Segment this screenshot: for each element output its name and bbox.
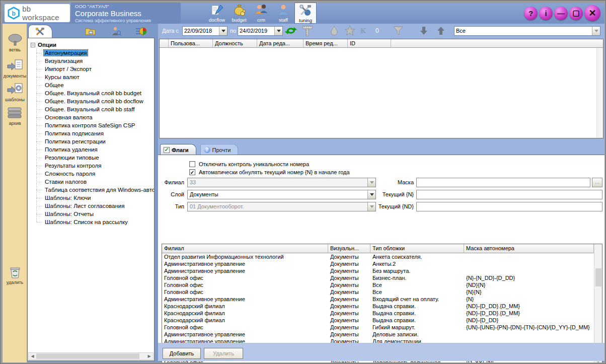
scroll-thumb[interactable] [595, 268, 601, 286]
maximize-button[interactable]: ▢ [569, 7, 583, 20]
filter-button[interactable] [393, 26, 404, 36]
tab-options-reports[interactable] [129, 25, 153, 38]
table-row[interactable]: Административное управление Документы Бе… [162, 267, 594, 274]
scope-select[interactable]: Все [454, 26, 600, 36]
tree-item[interactable]: Резолюции типовые [31, 154, 154, 162]
table-row[interactable]: Головной офис Документы Все {N}{N} [162, 288, 594, 296]
tree-item[interactable]: Политика подписания [31, 129, 154, 137]
module-tuning[interactable]: tuning [294, 3, 317, 24]
scroll-thumb[interactable] [36, 353, 139, 359]
table-row[interactable]: Головной офис Документы Все {ND}{N} [162, 281, 594, 288]
audit-col-edit-date[interactable]: Дата реда... [257, 39, 304, 48]
date-from-select[interactable]: 22/09/2018 [182, 26, 228, 36]
date-to-select[interactable]: 24/02/2019 [238, 26, 283, 36]
tree-item[interactable]: Результаты контроля [31, 162, 154, 170]
tree-item[interactable]: Автонумерация [31, 49, 154, 57]
panel-splitter[interactable] [158, 138, 604, 143]
tree-item[interactable]: Шаблоны: Список на рассылку [31, 218, 154, 226]
module-staff[interactable]: staff [272, 3, 294, 24]
sidebar-item-documents[interactable]: документы [3, 59, 27, 79]
table-row[interactable]: Краснодарский филиал Документы Выдача сп… [162, 310, 594, 317]
tree-item[interactable]: Политика удаления [31, 145, 154, 154]
add-button[interactable]: Добавить [163, 348, 201, 359]
tab-read[interactable]: ? Прочти [200, 144, 239, 155]
tree-item[interactable]: Общее. Визуальный слой bb budget [31, 89, 154, 97]
help-button[interactable]: ? [524, 7, 538, 20]
type-select[interactable]: 01 Документооборот. [187, 202, 376, 211]
info-button[interactable]: i [539, 7, 553, 20]
sidebar-item-templates[interactable]: шаблоны [3, 83, 27, 102]
delete-button[interactable]: Удалить [204, 348, 243, 359]
close-button[interactable]: ✕ [584, 5, 600, 21]
module-docflow[interactable]: docflow [206, 3, 228, 24]
table-row[interactable]: Отдел развития Информационных технологий… [162, 253, 594, 260]
tree-item[interactable]: Импорт / Экспорт [31, 65, 154, 73]
audit-col-position[interactable]: Должность [213, 39, 257, 48]
module-budget[interactable]: budget [228, 3, 250, 24]
minimize-button[interactable]: — [554, 7, 568, 20]
table-row[interactable]: Административное управление Документы Де… [162, 331, 594, 338]
tree-item[interactable]: Ставки налогов [31, 178, 154, 186]
tree-item[interactable]: Визуализация [31, 57, 154, 65]
tree-item[interactable]: Шаблоны: Отчеты [31, 210, 154, 218]
chevron-down-icon[interactable] [219, 27, 227, 35]
chevron-down-icon[interactable] [274, 27, 282, 35]
refresh-button[interactable] [285, 25, 297, 36]
star-button[interactable] [344, 25, 355, 36]
scroll-right-icon[interactable]: ▶ [145, 353, 153, 359]
sidebar-item-archive[interactable]: архив [3, 106, 27, 126]
tab-options-folders[interactable] [79, 25, 103, 38]
tree-item[interactable]: Общее. Визуальный слой bb docflow [31, 97, 154, 105]
scroll-left-icon[interactable]: ◀ [29, 353, 36, 359]
col-visual-layer[interactable]: Визуальн... [328, 244, 370, 253]
tree-item[interactable]: Шаблоны: Ключи [31, 194, 154, 202]
mask-input[interactable] [416, 178, 590, 187]
tree-item[interactable]: Курсы валют [31, 73, 154, 81]
table-row[interactable]: Краснодарский филиал Документы Выдача сп… [162, 317, 594, 324]
audit-col-blank[interactable] [160, 39, 169, 48]
col-autonumber-mask[interactable]: Маска автономера [464, 244, 594, 253]
table-row[interactable]: Головной офис Документы Гибкий маршрут. … [162, 324, 594, 331]
tree-item[interactable]: Общее [31, 81, 154, 89]
tab-options-tools[interactable] [28, 25, 52, 38]
audit-col-edit-time[interactable]: Время ред... [304, 39, 348, 48]
table-row[interactable]: Административное управление Документы Вх… [162, 296, 594, 303]
tree-root[interactable]: − Опции [31, 41, 154, 49]
sidebar-item-delete[interactable]: удалить [3, 265, 27, 285]
flame-button[interactable] [329, 25, 339, 36]
tree-horizontal-scrollbar[interactable]: ◀ ▶ [28, 352, 154, 360]
tree-item[interactable]: Общее. Визуальный слой bb staff [31, 105, 154, 113]
audit-col-user[interactable]: Пользова... [169, 39, 213, 48]
tree-item[interactable]: Таблица соответствия для Windows-авто [31, 186, 154, 194]
checkbox-box[interactable] [189, 161, 195, 167]
current-n-input[interactable] [416, 190, 602, 199]
layer-select[interactable]: Документы [187, 190, 376, 199]
collapse-icon[interactable]: − [31, 43, 35, 47]
table-row[interactable]: Краснодарский филиал Документы Выдача сп… [162, 303, 594, 310]
tree-item[interactable]: Сложность пароля [31, 170, 154, 178]
current-nd-input[interactable] [416, 202, 602, 211]
move-down-button[interactable] [419, 26, 429, 36]
tree-item[interactable]: Основная валюта [31, 113, 154, 121]
audit-vertical-scrollbar[interactable] [596, 48, 603, 138]
table-row[interactable]: Административное управление Документы Ан… [162, 260, 594, 267]
chevron-down-icon[interactable] [592, 27, 600, 35]
module-crm[interactable]: crm [250, 3, 272, 24]
tab-flags[interactable]: ✓ Флаги [160, 144, 196, 155]
mask-browse-button[interactable]: ... [592, 178, 602, 187]
col-cover-type[interactable]: Тип обложки [370, 244, 464, 253]
ruler-button[interactable] [302, 25, 313, 36]
move-up-button[interactable] [436, 26, 446, 36]
k-button[interactable]: K [360, 27, 366, 35]
table-row[interactable]: Головной офис Документы Бизнес-план. {N}… [162, 274, 594, 281]
checkbox-disable-unique-control[interactable]: Отключить контроль уникальности номера [189, 161, 309, 167]
branch-select[interactable]: 33 [187, 178, 376, 187]
sidebar-item-branch[interactable]: ветвь [3, 34, 27, 52]
checkbox-reset-number-yearly[interactable]: Автоматически обнулять текущий номер {N}… [189, 169, 350, 175]
checkbox-box[interactable] [189, 169, 195, 175]
col-branch[interactable]: Филиал [162, 244, 328, 253]
tab-options-inspector[interactable] [104, 25, 128, 38]
tree-item[interactable]: Политика регистрации [31, 137, 154, 145]
audit-col-id[interactable]: ID [348, 39, 391, 48]
tree-item[interactable]: Политика контроля SafeSign CSP [31, 121, 154, 129]
